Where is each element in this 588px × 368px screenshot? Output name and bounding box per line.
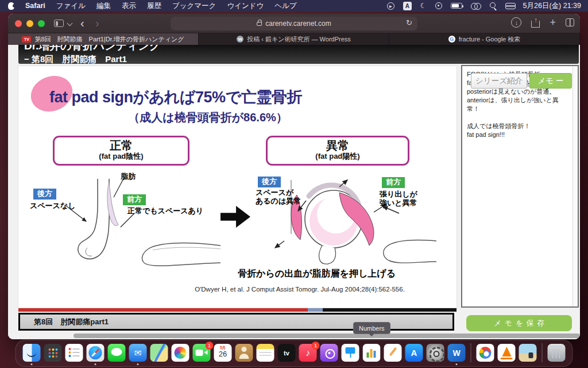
close-window-button[interactable] — [15, 20, 22, 27]
dock-item-pages[interactable] — [384, 344, 402, 362]
slide-bottom-note: 骨折からの出血が脂肪層を押し上げる — [238, 268, 396, 280]
dock-item-keynote[interactable] — [342, 344, 359, 362]
abnormal-box: 異常 (fat pad陽性) — [266, 136, 409, 166]
dock-item-apple-tv[interactable]: tv — [278, 344, 296, 362]
minimize-window-button[interactable] — [26, 20, 33, 27]
save-memo-button[interactable]: メモを保存 — [466, 315, 572, 331]
anterior-note-left: 正常でもスペースあり — [127, 206, 203, 215]
dock-item-numbers[interactable] — [363, 344, 381, 362]
spotlight-search-icon[interactable] — [490, 2, 497, 9]
screen-record-icon[interactable]: ▶ — [387, 2, 394, 10]
fat-label: 脂肪 — [121, 172, 136, 181]
notification-badge: 1 — [206, 342, 214, 350]
safari-icon — [87, 344, 105, 362]
menu-help[interactable]: ヘルプ — [274, 1, 296, 11]
app-store-icon: A — [405, 344, 423, 362]
slide-title: fat pad signがあれば75%で亡霊骨折 — [49, 87, 394, 108]
dock-item-music[interactable]: ♪1 — [299, 344, 317, 362]
dock-item-photos[interactable] — [172, 344, 189, 362]
dock-item-messages[interactable] — [108, 344, 126, 362]
control-center-icon[interactable] — [505, 3, 514, 9]
tab-google-search[interactable]: G fracture - Google 検索 — [389, 33, 580, 45]
screen-mirroring-icon[interactable] — [435, 2, 442, 9]
menu-safari[interactable]: Safari — [25, 2, 45, 10]
page-content: Dr.増井の骨折ハンティング − 第8回 肘関節痛 Part1 シリーズ紹介 メ… — [8, 45, 580, 339]
citation: O'Dwyer H, et al. J Comput Assist Tomogr… — [156, 286, 443, 293]
menu-view[interactable]: 表示 — [122, 1, 136, 11]
apple-menu-icon[interactable] — [8, 2, 14, 10]
trash-icon — [548, 344, 566, 362]
menu-history[interactable]: 履歴 — [147, 1, 161, 11]
forward-button[interactable]: › — [95, 16, 99, 30]
progress-remaining — [323, 308, 457, 312]
dock-item-reminders[interactable] — [65, 344, 83, 362]
wordpress-favicon: W — [237, 36, 243, 43]
tab-carenet[interactable]: TV 第8回 肘関節痛 Part1|Dr.増井の骨折ハンティング — [8, 33, 199, 45]
dock-item-podcasts[interactable] — [320, 344, 338, 362]
posterior-tag-right: 後方 — [258, 177, 281, 187]
chevron-down-icon[interactable] — [67, 21, 73, 26]
menu-window[interactable]: ウインドウ — [227, 1, 264, 11]
dock-item-trash[interactable] — [548, 344, 566, 362]
progress-buffered — [308, 308, 323, 312]
reload-icon[interactable]: ↻ — [406, 18, 412, 27]
running-indicator — [31, 363, 33, 365]
dock-tooltip: Numbers — [353, 322, 390, 334]
video-progress-bar[interactable] — [18, 308, 457, 312]
dock-item-mail[interactable]: ✉ — [129, 344, 147, 362]
normal-box-title: 正常 — [55, 139, 188, 152]
window-titlebar[interactable]: ‹ › carenetv.carenet.com ↻ ↓ ↑ + — [8, 14, 580, 33]
new-tab-button[interactable]: + — [550, 17, 556, 28]
dock-item-safari[interactable] — [87, 344, 105, 362]
dock-item-maps[interactable] — [150, 344, 168, 362]
word-icon: W — [448, 344, 466, 362]
dock-item-notes[interactable] — [257, 344, 274, 362]
focus-moon-icon[interactable]: ☾ — [420, 2, 427, 9]
anterior-tag-left: 前方 — [123, 194, 146, 205]
horizontal-scrollbar-thumb[interactable] — [74, 334, 580, 338]
memo-textarea[interactable]: FOOSHだから橈骨頭骨折 fat pad sign軟部所見を読め！ poste… — [461, 65, 579, 308]
photos-icon — [172, 344, 189, 362]
menu-file[interactable]: ファイル — [56, 1, 86, 11]
sidebar-toggle-icon[interactable] — [54, 20, 64, 27]
dock-item-launchpad[interactable] — [44, 344, 62, 362]
handoff-icon[interactable] — [471, 3, 481, 9]
progress-played — [18, 308, 308, 312]
dock-item-contacts[interactable] — [235, 344, 253, 362]
series-title: Dr.増井の骨折ハンティング — [24, 45, 579, 53]
zoom-window-button[interactable] — [38, 20, 45, 27]
calendar-icon: 5月26 — [214, 344, 232, 362]
menu-bookmarks[interactable]: ブックマーク — [172, 1, 216, 11]
dock-item-system-settings[interactable] — [427, 344, 444, 362]
dock-item-chrome[interactable] — [477, 344, 494, 362]
memo-scrollbar[interactable] — [572, 66, 578, 306]
tab-overview-icon[interactable] — [566, 18, 574, 26]
safari-window: ‹ › carenetv.carenet.com ↻ ↓ ↑ + TV 第8回 … — [8, 14, 580, 339]
tab-wordpress[interactable]: W 投稿 ‹ 鍛キン術研究所 — WordPress — [199, 33, 389, 45]
back-button[interactable]: ‹ — [80, 16, 84, 30]
share-icon[interactable]: ↑ — [531, 18, 540, 28]
dock-item-calendar[interactable]: 5月26 — [214, 344, 232, 362]
downloads-icon[interactable]: ↓ — [511, 17, 521, 28]
memo-toggle-button[interactable]: メモ ー — [529, 73, 572, 89]
dock-item-preview[interactable] — [519, 344, 537, 362]
dock-item-word[interactable]: W — [448, 344, 466, 362]
video-title: 第8回 肘関節痛part1 — [34, 317, 109, 327]
menu-edit[interactable]: 編集 — [96, 1, 111, 11]
dock-item-facetime[interactable]: 1 — [193, 344, 211, 362]
series-intro-button[interactable]: シリーズ紹介 — [471, 73, 527, 89]
finder-icon — [23, 344, 41, 362]
page-header: Dr.増井の骨折ハンティング − 第8回 肘関節痛 Part1 — [18, 45, 579, 64]
dock-item-vlc[interactable] — [498, 344, 516, 362]
lock-icon — [257, 22, 262, 26]
keynote-icon — [342, 344, 359, 362]
battery-icon[interactable] — [451, 3, 462, 9]
chrome-icon — [477, 344, 494, 362]
menu-clock[interactable]: 5月26日(金) 21:39 — [523, 1, 581, 11]
url-text: carenetv.carenet.com — [265, 20, 331, 28]
dock-item-finder[interactable] — [23, 344, 41, 362]
address-bar[interactable]: carenetv.carenet.com ↻ — [171, 17, 417, 30]
dock-item-app-store[interactable]: A — [405, 344, 423, 362]
input-source-icon[interactable]: A — [403, 2, 412, 10]
posterior-tag-left: 後方 — [33, 189, 56, 200]
